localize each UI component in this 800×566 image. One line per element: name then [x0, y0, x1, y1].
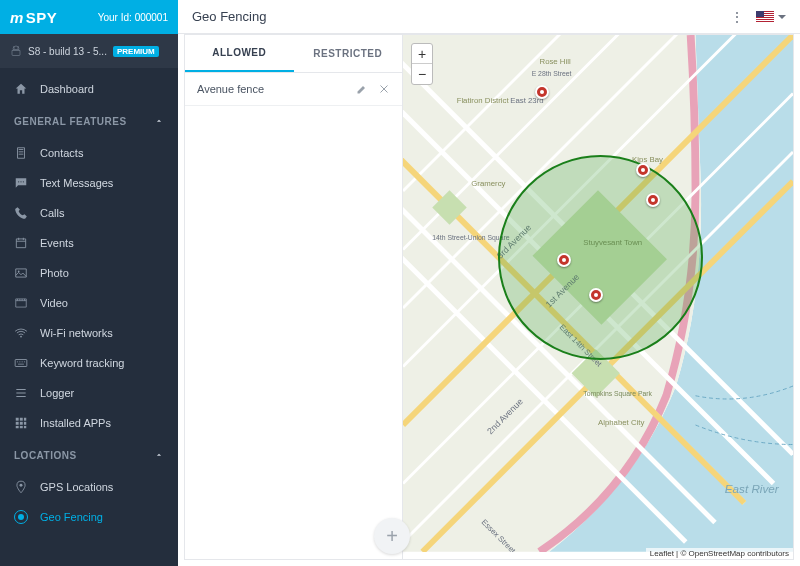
- nav-calls[interactable]: Calls: [0, 198, 178, 228]
- svg-point-17: [20, 484, 23, 487]
- nav-installed-apps-label: Installed APPs: [40, 417, 111, 429]
- chevron-up-icon: [154, 116, 164, 126]
- nav-geo-fencing-label: Geo Fencing: [40, 511, 103, 523]
- svg-point-0: [14, 48, 15, 49]
- svg-point-4: [23, 181, 24, 182]
- calendar-icon: [14, 236, 28, 250]
- svg-text:Tompkins Square Park: Tompkins Square Park: [583, 390, 652, 398]
- svg-rect-15: [20, 426, 23, 428]
- fence-name: Avenue fence: [197, 83, 264, 95]
- flag-us-icon: [756, 11, 774, 23]
- map-pin[interactable]: [589, 288, 603, 302]
- section-locations-label: LOCATIONS: [14, 450, 77, 461]
- edit-icon[interactable]: [356, 83, 368, 95]
- nav-events[interactable]: Events: [0, 228, 178, 258]
- geofence-circle[interactable]: [498, 155, 703, 360]
- premium-badge: PREMIUM: [113, 46, 159, 57]
- keyboard-icon: [14, 356, 28, 370]
- nav-gps-label: GPS Locations: [40, 481, 113, 493]
- nav-text-messages[interactable]: Text Messages: [0, 168, 178, 198]
- svg-point-3: [20, 181, 21, 182]
- zoom-out-button[interactable]: −: [412, 64, 432, 84]
- topbar: Geo Fencing ⋮: [178, 0, 800, 34]
- nav-video[interactable]: Video: [0, 288, 178, 318]
- nav-events-label: Events: [40, 237, 74, 249]
- more-menu[interactable]: ⋮: [730, 9, 744, 25]
- nav-dashboard[interactable]: Dashboard: [0, 74, 178, 104]
- nav-calls-label: Calls: [40, 207, 64, 219]
- svg-rect-12: [20, 422, 23, 425]
- svg-text:Flatiron District: Flatiron District: [457, 96, 510, 105]
- chevron-down-icon: [778, 15, 786, 19]
- brand-logo[interactable]: mSPY: [10, 9, 57, 26]
- section-general-features[interactable]: GENERAL FEATURES: [0, 104, 178, 138]
- nav-logger[interactable]: Logger: [0, 378, 178, 408]
- nav-logger-label: Logger: [40, 387, 74, 399]
- section-general-label: GENERAL FEATURES: [14, 116, 127, 127]
- main: Geo Fencing ⋮ ALLOWED RESTRICTED Avenue …: [178, 0, 800, 566]
- svg-point-5: [18, 270, 20, 272]
- svg-text:Gramercy: Gramercy: [471, 179, 505, 188]
- language-selector[interactable]: [756, 11, 786, 23]
- map-pin[interactable]: [646, 193, 660, 207]
- fence-row[interactable]: Avenue fence: [185, 73, 402, 106]
- video-icon: [14, 296, 28, 310]
- map-pin[interactable]: [535, 85, 549, 99]
- nav-contacts-label: Contacts: [40, 147, 83, 159]
- nav-keyword-label: Keyword tracking: [40, 357, 124, 369]
- svg-point-6: [20, 336, 22, 338]
- nav-dashboard-label: Dashboard: [40, 83, 94, 95]
- sidebar: mSPY Your Id: 000001 S8 - build 13 - 5..…: [0, 0, 178, 566]
- svg-text:East River: East River: [725, 482, 780, 495]
- svg-rect-13: [24, 422, 26, 425]
- chevron-up-icon: [154, 450, 164, 460]
- nav-wifi-label: Wi-Fi networks: [40, 327, 113, 339]
- zoom-control: + −: [411, 43, 433, 85]
- clipboard-icon: [14, 146, 28, 160]
- message-icon: [14, 176, 28, 190]
- nav-installed-apps[interactable]: Installed APPs: [0, 408, 178, 438]
- list-icon: [14, 386, 28, 400]
- svg-text:E 28th Street: E 28th Street: [532, 70, 572, 77]
- map[interactable]: East River 1st Avenue 2nd Avenue 3rd Ave…: [402, 34, 794, 560]
- location-icon: [14, 480, 28, 494]
- phone-icon: [14, 206, 28, 220]
- svg-point-2: [18, 181, 19, 182]
- nav-contacts[interactable]: Contacts: [0, 138, 178, 168]
- device-selector[interactable]: S8 - build 13 - 5... PREMIUM: [0, 34, 178, 68]
- nav-keyword-tracking[interactable]: Keyword tracking: [0, 348, 178, 378]
- svg-text:Rose Hill: Rose Hill: [540, 57, 571, 66]
- add-fence-button[interactable]: +: [374, 518, 410, 554]
- svg-text:14th Street-Union Square: 14th Street-Union Square: [432, 234, 509, 242]
- nav-geo-fencing[interactable]: Geo Fencing: [0, 502, 178, 532]
- svg-rect-11: [16, 422, 19, 425]
- nav-video-label: Video: [40, 297, 68, 309]
- grid-icon: [14, 416, 28, 430]
- nav-gps-locations[interactable]: GPS Locations: [0, 472, 178, 502]
- zoom-in-button[interactable]: +: [412, 44, 432, 64]
- map-pin[interactable]: [557, 253, 571, 267]
- page-title: Geo Fencing: [192, 9, 266, 24]
- tab-restricted[interactable]: RESTRICTED: [294, 35, 403, 72]
- nav-photo-label: Photo: [40, 267, 69, 279]
- close-icon[interactable]: [378, 83, 390, 95]
- fence-list-panel: ALLOWED RESTRICTED Avenue fence: [184, 34, 402, 560]
- fence-tabs: ALLOWED RESTRICTED: [185, 35, 402, 73]
- svg-rect-9: [20, 418, 23, 421]
- section-locations[interactable]: LOCATIONS: [0, 438, 178, 472]
- svg-rect-10: [24, 418, 26, 421]
- svg-point-1: [17, 48, 18, 49]
- nav-wifi[interactable]: Wi-Fi networks: [0, 318, 178, 348]
- svg-rect-8: [16, 418, 19, 421]
- wifi-icon: [14, 326, 28, 340]
- map-attribution: Leaflet | © OpenStreetMap contributors: [646, 548, 793, 559]
- device-label: S8 - build 13 - 5...: [28, 46, 107, 57]
- svg-rect-14: [16, 426, 19, 428]
- tab-allowed[interactable]: ALLOWED: [185, 35, 294, 72]
- svg-rect-7: [15, 360, 27, 367]
- brand-bar: mSPY Your Id: 000001: [0, 0, 178, 34]
- nav-photo[interactable]: Photo: [0, 258, 178, 288]
- user-id: Your Id: 000001: [98, 12, 168, 23]
- map-pin[interactable]: [636, 163, 650, 177]
- photo-icon: [14, 266, 28, 280]
